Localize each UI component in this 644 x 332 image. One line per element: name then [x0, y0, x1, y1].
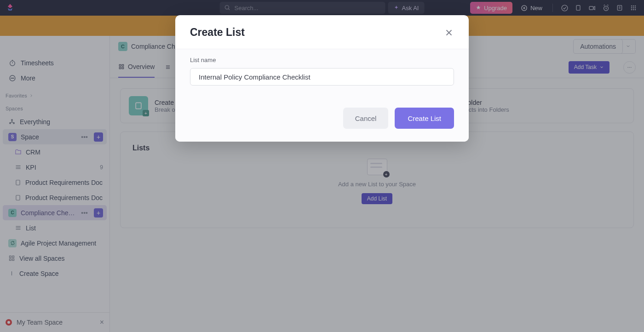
modal-close-button[interactable]	[444, 28, 454, 38]
modal-title: Create List	[190, 26, 245, 39]
cancel-button[interactable]: Cancel	[343, 108, 389, 129]
close-icon	[444, 28, 454, 38]
list-name-label: List name	[190, 57, 454, 63]
create-list-modal: Create List List name Cancel Create List	[175, 15, 469, 142]
create-list-submit-button[interactable]: Create List	[395, 108, 454, 129]
modal-overlay[interactable]: Create List List name Cancel Create List	[0, 0, 644, 332]
list-name-input[interactable]	[190, 68, 454, 86]
